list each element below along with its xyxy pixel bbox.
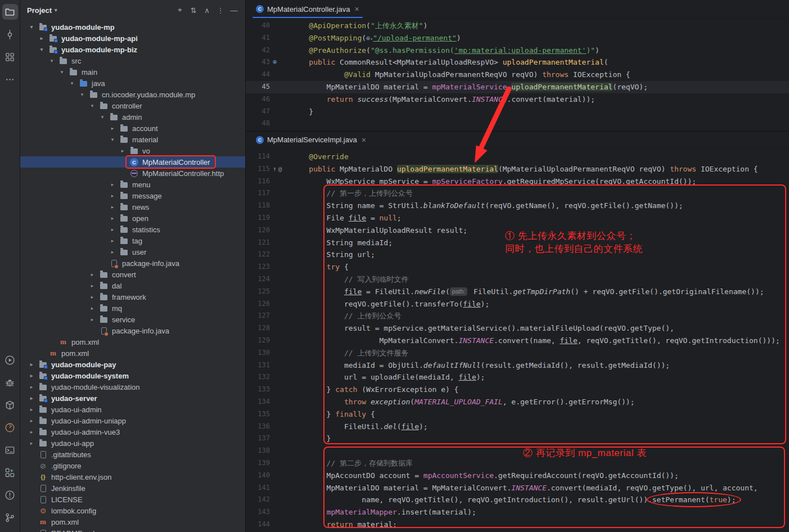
gutter[interactable]: 124 xyxy=(246,273,290,286)
project-icon[interactable] xyxy=(2,4,18,20)
code-line[interactable]: 134 throw exception(MATERIAL_UPLOAD_FAIL… xyxy=(246,396,789,408)
code-line[interactable]: 128 result = mpService.getMaterialServic… xyxy=(246,322,789,335)
gutter[interactable]: 44 xyxy=(246,69,290,81)
tree-item-yudao-ui-admin-uniapp[interactable]: ▸yudao-ui-admin-uniapp xyxy=(20,415,245,426)
chevron-icon[interactable]: ▾ xyxy=(27,24,36,30)
chevron-icon[interactable]: ▸ xyxy=(27,373,36,378)
debug-icon[interactable] xyxy=(2,375,18,390)
chevron-icon[interactable]: ▸ xyxy=(108,249,117,255)
chevron-icon[interactable]: ▾ xyxy=(78,92,87,97)
code-line[interactable]: 44 @Valid MpMaterialUploadPermanentReqVO… xyxy=(246,69,789,81)
code-line[interactable]: 46 return success(MpMaterialConvert.INST… xyxy=(246,93,789,106)
tree-item-open[interactable]: ▸open xyxy=(20,213,245,224)
tree-item-package-info-java[interactable]: package-info.java xyxy=(20,325,245,336)
chevron-icon[interactable]: ▸ xyxy=(27,407,36,412)
tree-item-statistics[interactable]: ▸statistics xyxy=(20,224,245,235)
tree-item-yudao-server[interactable]: ▸yudao-server xyxy=(20,393,245,404)
code-line[interactable]: 123 try { xyxy=(246,261,789,273)
tree-item-yudao-ui-app[interactable]: ▸yudao-ui-app xyxy=(20,438,245,449)
gutter[interactable]: 139 xyxy=(246,457,290,470)
tree-item-readme-md[interactable]: README.md xyxy=(20,528,245,532)
code-line[interactable]: 121 String mediaId; xyxy=(246,237,789,249)
code-line[interactable]: 144 return material; xyxy=(246,519,789,531)
code-line[interactable]: 122 String url; xyxy=(246,249,789,261)
gutter[interactable]: 132 xyxy=(246,371,290,384)
hide-icon[interactable]: — xyxy=(227,3,241,17)
tree-item-yudao-ui-admin[interactable]: ▸yudao-ui-admin xyxy=(20,404,245,415)
endpoint-gutter-icon[interactable]: ⊕ xyxy=(273,56,277,69)
code-line[interactable]: 120 WxMpMaterialUploadResult result; xyxy=(246,224,789,237)
gutter[interactable]: 137 xyxy=(246,432,290,445)
chevron-icon[interactable]: ▸ xyxy=(88,272,97,277)
tree-item--gitignore[interactable]: ⊘.gitignore xyxy=(20,460,245,471)
commit-icon[interactable] xyxy=(2,26,18,42)
gutter[interactable]: 142 xyxy=(246,494,290,506)
tree-item-main[interactable]: ▾main xyxy=(20,66,245,78)
collapse-all-icon[interactable]: ∧ xyxy=(200,3,214,17)
gutter[interactable]: 47 xyxy=(246,106,290,118)
close-tab-icon[interactable]: × xyxy=(354,4,359,13)
chevron-icon[interactable]: ▾ xyxy=(37,47,46,52)
chevron-icon[interactable]: ▸ xyxy=(88,317,97,322)
tree-item-yudao-module-visualization[interactable]: ▸yudao-module-visualization xyxy=(20,381,245,393)
code-line[interactable]: 137 } xyxy=(246,432,789,445)
chevron-icon[interactable]: ▾ xyxy=(108,137,117,142)
gutter[interactable]: 130 xyxy=(246,347,290,359)
tree-item-dal[interactable]: ▸dal xyxy=(20,280,245,291)
run-icon[interactable] xyxy=(2,352,18,368)
override-gutter-icon[interactable]: ↑ xyxy=(273,163,277,175)
gutter[interactable]: 138 xyxy=(246,445,290,457)
tree-item-yudao-module-mp-api[interactable]: ▸yudao-module-mp-api xyxy=(20,33,245,44)
code-line[interactable]: 133 } catch (WxErrorException e) { xyxy=(246,384,789,396)
tree-item-license[interactable]: LICENSE xyxy=(20,494,245,505)
close-tab-icon[interactable]: × xyxy=(362,136,366,145)
chevron-icon[interactable]: ▸ xyxy=(88,294,97,300)
chevron-icon[interactable]: ▸ xyxy=(108,238,117,244)
chevron-icon[interactable]: ▸ xyxy=(37,35,46,41)
gutter[interactable]: 122 xyxy=(246,249,290,261)
chevron-icon[interactable]: ▸ xyxy=(118,148,127,154)
tab-mpmaterialcontroller-java[interactable]: C MpMaterialController.java × xyxy=(250,0,365,18)
endpoint-inline-icon[interactable]: ⊕▾ xyxy=(366,34,373,42)
expand-all-icon[interactable]: ⇅ xyxy=(187,3,200,17)
code-line[interactable]: 138 xyxy=(246,445,789,457)
code-line[interactable]: 42 @PreAuthorize("@ss.hasPermission('mp:… xyxy=(246,44,789,57)
code-line[interactable]: 142 name, reqVO.getTitle(), reqVO.getInt… xyxy=(246,494,789,506)
gutter[interactable]: 119 xyxy=(246,212,290,224)
tree-item-message[interactable]: ▸message xyxy=(20,190,245,201)
tree-item-http-client-env-json[interactable]: {}http-client.env.json xyxy=(20,471,245,483)
gutter[interactable]: 126 xyxy=(246,298,290,310)
locate-icon[interactable]: ⌖ xyxy=(173,3,187,17)
code-line[interactable]: 126 reqVO.getFile().transferTo(file); xyxy=(246,298,789,310)
tree-item-package-info-java[interactable]: package-info.java xyxy=(20,258,245,269)
services-icon[interactable] xyxy=(2,465,18,480)
chevron-icon[interactable]: ▾ xyxy=(47,58,56,64)
build-icon[interactable] xyxy=(2,397,18,413)
code-line[interactable]: 116 WxMpService mpService = mpServiceFac… xyxy=(246,175,789,188)
code-line[interactable]: 124 // 写入到临时文件 xyxy=(246,273,789,286)
code-line[interactable]: 130 // 上传到文件服务 xyxy=(246,347,789,359)
tree-item-tag[interactable]: ▸tag xyxy=(20,235,245,246)
gutter[interactable]: 131 xyxy=(246,359,290,372)
tree-item-controller[interactable]: ▾controller xyxy=(20,100,245,111)
code-line[interactable]: 117 // 第一步，上传到公众号 xyxy=(246,187,789,200)
gutter[interactable]: 135 xyxy=(246,408,290,421)
gutter[interactable]: 143 xyxy=(246,506,290,519)
code-line[interactable]: 127 // 上传到公众号 xyxy=(246,310,789,322)
tree-item-mq[interactable]: ▸mq xyxy=(20,303,245,314)
code-line[interactable]: 118 String name = StrUtil.blankToDefault… xyxy=(246,200,789,212)
tree-item-admin[interactable]: ▾admin xyxy=(20,111,245,123)
tree-item-yudao-module-system[interactable]: ▸yudao-module-system xyxy=(20,370,245,381)
code-line[interactable]: 43⊕ public CommonResult<MpMaterialUpload… xyxy=(246,56,789,69)
terminal-icon[interactable] xyxy=(2,442,18,458)
code-line[interactable]: 141 MpMaterialDO material = MpMaterialCo… xyxy=(246,482,789,494)
chevron-icon[interactable]: ▾ xyxy=(98,114,107,120)
code-line[interactable]: 114 @Override xyxy=(246,151,789,163)
code-line[interactable]: 40 @ApiOperation("上传永久素材") xyxy=(246,20,789,32)
gutter[interactable]: 140 xyxy=(246,470,290,482)
gutter[interactable]: 40 xyxy=(246,20,290,32)
chevron-icon[interactable]: ▸ xyxy=(27,418,36,423)
chevron-icon[interactable]: ▾ xyxy=(57,69,66,75)
gutter[interactable]: 114 xyxy=(246,151,290,163)
gutter[interactable]: 121 xyxy=(246,237,290,249)
